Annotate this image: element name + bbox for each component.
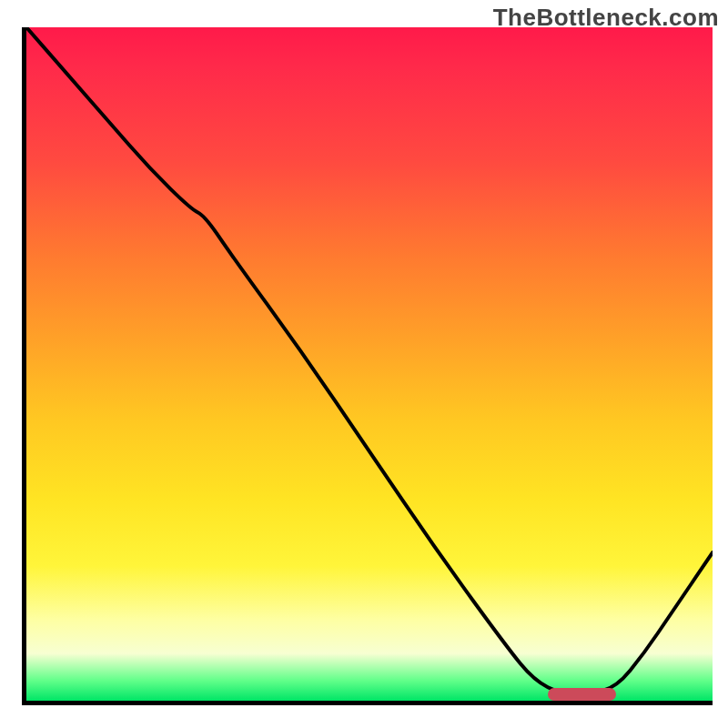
optimum-marker <box>548 688 616 701</box>
curve-svg <box>26 27 713 701</box>
plot-area <box>22 27 713 705</box>
curve-path <box>26 27 713 694</box>
chart-stage: TheBottleneck.com <box>0 0 728 728</box>
